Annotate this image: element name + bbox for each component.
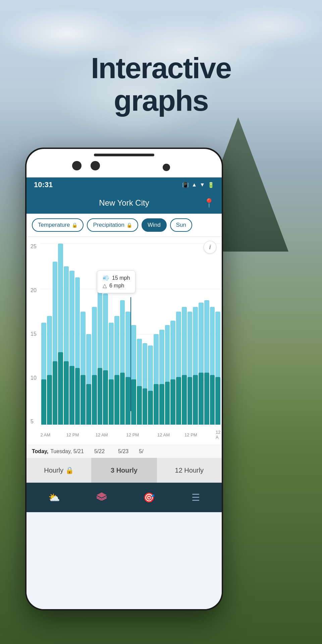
bar-outer — [170, 321, 175, 425]
info-button[interactable]: i — [204, 241, 216, 254]
date-bar: Today, Tuesday, 5/21 5/22 5/23 5/ — [26, 445, 222, 458]
bar-group — [187, 244, 193, 425]
bar-inner — [53, 361, 58, 425]
bar-inner — [92, 375, 97, 425]
bar-group — [75, 244, 80, 425]
bar-inner — [109, 379, 114, 425]
layers-icon — [97, 492, 107, 503]
phone-screen: 10:31 📳 ▲ ▼ 🔋 New York City 📍 Temperatur… — [26, 177, 222, 609]
wind-speed-value: 15 mph — [112, 275, 130, 281]
bar-outer — [204, 300, 209, 425]
bar-group — [137, 244, 142, 425]
bar-inner — [58, 352, 63, 425]
status-bar: 10:31 📳 ▲ ▼ 🔋 — [26, 177, 222, 192]
bar-outer — [47, 316, 52, 425]
bar-inner — [137, 386, 142, 425]
bar-outer — [53, 262, 58, 425]
bar-group — [215, 244, 220, 425]
bar-outer — [143, 343, 148, 425]
bar-outer — [176, 312, 181, 425]
bottom-nav: ⛅ 🎯 ☰ — [26, 483, 222, 512]
city-name: New York City — [99, 198, 149, 208]
bar-group — [47, 244, 52, 425]
temperature-lock-icon: 🔒 — [72, 222, 77, 228]
nav-radar[interactable]: 🎯 — [143, 492, 155, 503]
bar-group — [69, 244, 74, 425]
bar-inner — [80, 375, 86, 425]
x-label-12a: 12 A — [216, 430, 220, 440]
precipitation-tab[interactable]: Precipitation 🔒 — [87, 218, 138, 232]
bar-inner — [131, 379, 136, 425]
bar-outer — [193, 307, 198, 425]
3hourly-tab[interactable]: 3 Hourly — [92, 458, 157, 483]
bar-group — [154, 244, 159, 425]
bar-group — [193, 244, 198, 425]
y-label-25: 25 — [31, 244, 37, 250]
bar-outer — [92, 307, 97, 425]
bar-outer — [69, 271, 74, 425]
wind-tab[interactable]: Wind — [142, 218, 167, 232]
bar-inner — [143, 388, 148, 425]
bar-group — [199, 244, 204, 425]
sun-label: Sun — [176, 222, 186, 228]
bar-outer — [58, 244, 63, 425]
sun-tab[interactable]: Sun — [170, 218, 192, 232]
bar-outer — [120, 300, 125, 425]
temperature-tab[interactable]: Temperature 🔒 — [32, 218, 84, 232]
bar-outer — [125, 312, 130, 425]
bar-inner — [199, 373, 204, 425]
chart-area: i 25 20 15 10 5 — [26, 237, 222, 445]
bar-outer — [210, 307, 215, 425]
phone-speaker — [94, 154, 154, 156]
chart-tooltip: 💨 15 mph △ 6 mph — [97, 270, 136, 293]
bar-outer — [182, 307, 187, 425]
today-label: Today, — [32, 448, 48, 454]
x-label-12pm-1: 12 PM — [66, 432, 79, 437]
bar-outer — [109, 323, 114, 425]
bar-inner — [176, 377, 181, 425]
bar-inner — [47, 375, 52, 425]
bar-group — [143, 244, 148, 425]
signal-icon: ▲ — [192, 182, 197, 188]
bar-outer — [75, 277, 80, 425]
bar-inner — [114, 375, 119, 425]
nav-weather[interactable]: ⛅ — [48, 492, 60, 503]
status-icons: 📳 ▲ ▼ 🔋 — [182, 182, 214, 188]
wind-label: Wind — [148, 222, 161, 228]
bar-inner — [98, 368, 103, 425]
phone-frame: 10:31 📳 ▲ ▼ 🔋 New York City 📍 Temperatur… — [25, 148, 223, 610]
hourly-label: Hourly — [44, 467, 63, 474]
bar-outer — [86, 334, 91, 425]
gust-speed-value: 6 mph — [109, 283, 124, 289]
precipitation-label: Precipitation — [93, 222, 124, 228]
page-title: Interactive graphs — [0, 52, 322, 117]
filter-tabs: Temperature 🔒 Precipitation 🔒 Wind Sun — [26, 214, 222, 237]
bar-group — [86, 244, 91, 425]
bar-outer — [159, 330, 164, 425]
x-label-12am-2: 12 AM — [157, 432, 170, 437]
precipitation-lock-icon: 🔒 — [126, 222, 132, 228]
bar-group — [165, 244, 170, 425]
wind-speed-icon: 💨 — [103, 275, 109, 281]
bar-inner — [148, 391, 153, 425]
gust-speed-icon: △ — [103, 282, 107, 289]
bar-group — [176, 244, 181, 425]
phone-camera-right — [91, 161, 100, 170]
vibrate-icon: 📳 — [182, 182, 189, 188]
bar-group — [41, 244, 46, 425]
12hourly-tab[interactable]: 12 Hourly — [157, 458, 222, 483]
date-text: Tuesday, 5/21 5/22 5/23 5/ — [50, 448, 143, 454]
bar-group — [159, 244, 164, 425]
bar-outer — [137, 339, 142, 425]
nav-layers[interactable] — [97, 492, 107, 503]
phone-camera-left — [72, 161, 82, 170]
bar-group — [148, 244, 153, 425]
location-pin-icon[interactable]: 📍 — [204, 198, 214, 208]
nav-menu[interactable]: ☰ — [192, 492, 200, 503]
bar-inner — [154, 384, 159, 425]
y-label-15: 15 — [31, 331, 37, 337]
phone-microphone — [163, 164, 170, 171]
hourly-tab[interactable]: Hourly 🔒 — [26, 458, 92, 483]
chart-cursor — [130, 297, 131, 411]
bar-inner — [215, 377, 220, 425]
